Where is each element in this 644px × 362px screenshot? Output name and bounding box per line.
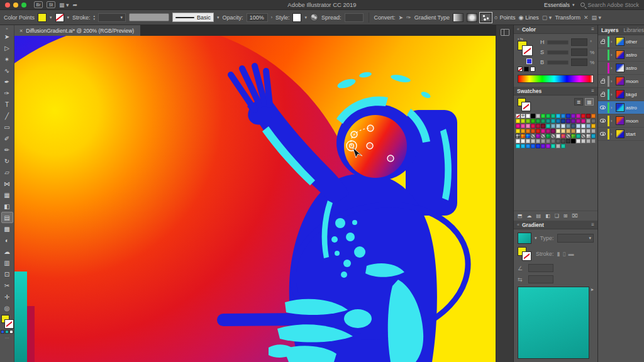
swatch[interactable]: [531, 124, 535, 128]
swatch[interactable]: [546, 119, 550, 123]
expand-layer-icon[interactable]: ›: [611, 66, 614, 70]
gradient-annotator-icon[interactable]: ▸: [591, 287, 594, 359]
swatch[interactable]: [586, 119, 591, 123]
stroke-along-icon[interactable]: ▯: [562, 251, 565, 257]
swatch[interactable]: [536, 134, 540, 138]
swatch[interactable]: [571, 124, 575, 128]
bridge-icon[interactable]: Br: [34, 1, 43, 8]
layer-row[interactable]: ›astro: [598, 48, 644, 62]
visibility-eye-icon[interactable]: [600, 106, 606, 109]
gradient-mode-button[interactable]: [5, 330, 9, 334]
gradient-tool[interactable]: ▤: [1, 212, 13, 223]
swatch[interactable]: [516, 124, 520, 128]
color-panel-title[interactable]: Color: [522, 26, 536, 33]
swatch[interactable]: [566, 114, 570, 118]
layer-row[interactable]: ›moon: [598, 75, 644, 88]
swatch[interactable]: [566, 124, 570, 128]
swatch[interactable]: [581, 119, 586, 123]
scale-tool[interactable]: ▱: [1, 167, 13, 178]
radial-gradient-button[interactable]: [467, 13, 477, 22]
fill-stroke-selector[interactable]: [518, 41, 534, 56]
draw-points-radio[interactable]: ○Points: [494, 14, 515, 21]
expand-panels-icon[interactable]: [501, 29, 509, 36]
swatch[interactable]: [531, 129, 535, 133]
white-swatch[interactable]: [530, 67, 535, 72]
swatch[interactable]: [586, 114, 591, 118]
swatch[interactable]: [556, 134, 560, 138]
swatch[interactable]: [581, 124, 586, 128]
secondary-swatch[interactable]: [526, 58, 532, 64]
swatch-themes-icon[interactable]: ☁: [527, 213, 532, 219]
swatch[interactable]: [541, 144, 545, 148]
swatch[interactable]: [556, 144, 560, 148]
stroke-swatch[interactable]: [5, 320, 13, 328]
swatch[interactable]: [531, 134, 535, 138]
slice-tool[interactable]: ✂: [1, 280, 13, 291]
panel-menu-icon[interactable]: ≡: [591, 26, 594, 32]
panel-menu-icon[interactable]: ≡: [591, 88, 594, 94]
chevron-down-icon[interactable]: ▾: [535, 236, 537, 241]
swatch[interactable]: [556, 114, 560, 118]
swatch[interactable]: [576, 129, 580, 133]
swatch[interactable]: [521, 134, 525, 138]
width-tool[interactable]: ⋈: [1, 178, 13, 189]
fill-stroke-selector[interactable]: [518, 247, 533, 261]
freeform-gradient-button[interactable]: [480, 13, 491, 22]
swatch[interactable]: [551, 134, 555, 138]
swatch[interactable]: [526, 134, 530, 138]
free-transform-tool[interactable]: ▦: [1, 189, 13, 200]
visibility-eye-icon[interactable]: [600, 119, 606, 123]
swatch[interactable]: [526, 129, 530, 133]
layer-name[interactable]: other: [626, 39, 643, 45]
swatch[interactable]: [576, 134, 580, 138]
layer-row[interactable]: ›bkgd: [598, 88, 644, 101]
swatch[interactable]: ✛: [521, 114, 525, 118]
value-input[interactable]: [571, 58, 587, 66]
gradient-stop[interactable]: [367, 143, 373, 149]
layer-row[interactable]: ›moon: [598, 114, 644, 128]
swatch[interactable]: [516, 144, 520, 148]
zoom-window-button[interactable]: [21, 3, 26, 8]
swatch[interactable]: [556, 139, 560, 143]
swatch-libraries-icon[interactable]: ⬒: [518, 213, 523, 219]
show-swatch-kinds-icon[interactable]: ▤: [536, 213, 541, 219]
active-gradient-stop[interactable]: [350, 144, 354, 148]
bounding-box-icon[interactable]: ▢ ▾: [542, 14, 552, 21]
expand-layer-icon[interactable]: ›: [611, 53, 614, 57]
toolbar-collapse-icon[interactable]: »: [6, 26, 8, 31]
swatch[interactable]: [516, 119, 520, 123]
pencil-tool[interactable]: ✏: [1, 144, 13, 155]
value-input[interactable]: [571, 48, 587, 56]
swatch[interactable]: [516, 129, 520, 133]
style-swatch[interactable]: [292, 13, 301, 22]
column-graph-tool[interactable]: ▥: [1, 257, 13, 268]
swatch[interactable]: [586, 124, 591, 128]
rotate-tool[interactable]: ↻: [1, 155, 13, 167]
layer-row[interactable]: ›other: [598, 35, 644, 48]
gradient-stop[interactable]: [351, 131, 357, 138]
reverse-gradient-icon[interactable]: ⇆: [518, 277, 525, 283]
recolor-artwork-icon[interactable]: [310, 13, 318, 21]
lock-icon[interactable]: [601, 94, 605, 97]
new-swatch-icon[interactable]: ⊞: [564, 213, 568, 219]
symbol-sprayer-tool[interactable]: ☁: [1, 246, 13, 257]
swatch-options-icon[interactable]: ◧: [545, 213, 550, 219]
swatch[interactable]: [561, 124, 565, 128]
gradient-thumbnail[interactable]: [518, 233, 531, 244]
aspect-ratio-input[interactable]: [528, 275, 553, 283]
gradient-stop[interactable]: [367, 125, 374, 131]
expand-layer-icon[interactable]: ›: [611, 40, 614, 44]
swatches-panel-title[interactable]: Swatches: [517, 88, 541, 94]
swatch[interactable]: [526, 139, 530, 143]
swatch[interactable]: [581, 139, 586, 143]
swatch[interactable]: [561, 139, 565, 143]
swatch[interactable]: [546, 114, 550, 118]
swatch[interactable]: [536, 144, 540, 148]
artboard-canvas[interactable]: [14, 36, 496, 362]
swatch[interactable]: [551, 129, 555, 133]
swatch[interactable]: [536, 139, 540, 143]
swatch[interactable]: [551, 124, 555, 128]
stock-search[interactable]: Search Adobe Stock: [580, 2, 639, 8]
stroke-weight-stepper[interactable]: ▴▾: [94, 14, 96, 21]
slider-track[interactable]: [547, 50, 569, 55]
